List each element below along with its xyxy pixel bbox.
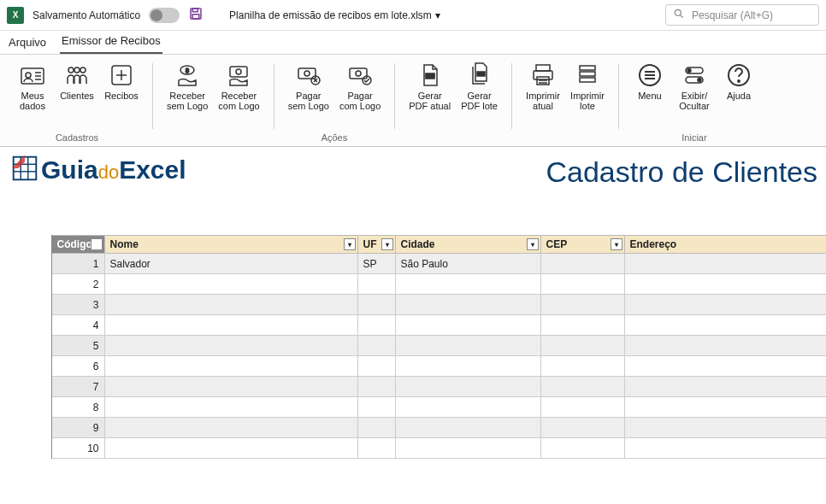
- cell-cidade[interactable]: [395, 438, 540, 459]
- cell-codigo[interactable]: 10: [51, 438, 104, 459]
- table-row[interactable]: 1SalvadorSPSão Paulo: [0, 254, 826, 274]
- exibir-ocultar-button[interactable]: Exibir/ Ocultar: [676, 60, 713, 131]
- cell-cidade[interactable]: [395, 377, 540, 397]
- cell-nome[interactable]: [104, 377, 357, 397]
- cell-nome[interactable]: [104, 356, 357, 377]
- cell-codigo[interactable]: 9: [51, 418, 104, 438]
- cell-cep[interactable]: [540, 336, 624, 356]
- cell-endereco[interactable]: [624, 315, 826, 336]
- cell-uf[interactable]: [357, 274, 395, 295]
- cell-cidade[interactable]: [395, 315, 540, 336]
- cell-uf[interactable]: [357, 397, 395, 418]
- cell-cidade[interactable]: [395, 356, 540, 377]
- meus-dados-button[interactable]: Meus dados: [14, 60, 51, 131]
- cell-cep[interactable]: [540, 254, 624, 274]
- menu-button[interactable]: Menu: [631, 60, 669, 131]
- imprimir-atual-button[interactable]: Imprimir atual: [524, 60, 562, 141]
- cell-uf[interactable]: [357, 438, 395, 459]
- cell-nome[interactable]: Salvador: [104, 254, 357, 274]
- ajuda-button[interactable]: Ajuda: [720, 60, 758, 131]
- filter-icon[interactable]: ▾: [91, 238, 103, 250]
- cell-endereco[interactable]: [624, 254, 826, 274]
- recibos-button[interactable]: Recibos: [103, 60, 140, 131]
- cell-cep[interactable]: [540, 295, 624, 315]
- cell-cep[interactable]: [540, 274, 624, 295]
- filter-icon[interactable]: ▾: [611, 238, 622, 250]
- cell-cidade[interactable]: [395, 397, 540, 418]
- filter-icon[interactable]: ▾: [527, 238, 539, 250]
- table-row[interactable]: 7: [0, 377, 826, 397]
- table-row[interactable]: 6: [0, 356, 826, 377]
- cell-endereco[interactable]: [624, 356, 826, 377]
- cell-nome[interactable]: [104, 295, 357, 315]
- col-endereco[interactable]: Endereço: [624, 236, 826, 254]
- cell-nome[interactable]: [104, 397, 357, 418]
- col-uf[interactable]: UF▾: [357, 236, 395, 254]
- cell-cep[interactable]: [540, 356, 624, 377]
- cell-cep[interactable]: [540, 418, 624, 438]
- cell-cep[interactable]: [540, 397, 624, 418]
- cell-codigo[interactable]: 1: [51, 254, 104, 274]
- gerar-pdf-atual-button[interactable]: PDF Gerar PDF atual: [407, 60, 452, 141]
- table-row[interactable]: 4: [0, 315, 826, 336]
- cell-cidade[interactable]: [395, 336, 540, 356]
- table-row[interactable]: 10: [0, 438, 826, 459]
- clientes-button[interactable]: Clientes: [58, 60, 96, 131]
- receber-sem-logo-button[interactable]: $ Receber sem Logo: [165, 60, 209, 141]
- cell-endereco[interactable]: [624, 295, 826, 315]
- col-cidade[interactable]: Cidade▾: [395, 236, 540, 254]
- cell-endereco[interactable]: [624, 397, 826, 418]
- cell-cep[interactable]: [540, 315, 624, 336]
- cell-cidade[interactable]: [395, 274, 540, 295]
- cell-codigo[interactable]: 6: [51, 356, 104, 377]
- filter-icon[interactable]: ▾: [381, 238, 393, 250]
- cell-uf[interactable]: SP: [357, 254, 395, 274]
- cell-nome[interactable]: [104, 438, 357, 459]
- table-row[interactable]: 9: [0, 418, 826, 438]
- pagar-sem-logo-button[interactable]: Pagar sem Logo: [286, 60, 331, 131]
- cell-nome[interactable]: [104, 418, 357, 438]
- cell-cidade[interactable]: [395, 295, 540, 315]
- gerar-pdf-lote-button[interactable]: PDF Gerar PDF lote: [459, 60, 499, 141]
- table-row[interactable]: 5: [0, 336, 826, 356]
- cell-uf[interactable]: [357, 336, 395, 356]
- cell-uf[interactable]: [357, 356, 395, 377]
- filename[interactable]: Planilha de emissão de recibos em lote.x…: [229, 9, 440, 21]
- cell-endereco[interactable]: [624, 336, 826, 356]
- cell-uf[interactable]: [357, 377, 395, 397]
- cell-cidade[interactable]: São Paulo: [395, 254, 540, 274]
- search-input[interactable]: Pesquisar (Alt+G): [665, 4, 819, 26]
- cell-endereco[interactable]: [624, 418, 826, 438]
- col-codigo[interactable]: Código▾: [51, 236, 104, 254]
- cell-codigo[interactable]: 4: [51, 315, 104, 336]
- col-nome[interactable]: Nome▾: [104, 236, 357, 254]
- table-row[interactable]: 3: [0, 295, 826, 315]
- tab-emissor-recibos[interactable]: Emissor de Recibos: [60, 31, 162, 54]
- cell-cep[interactable]: [540, 377, 624, 397]
- cell-nome[interactable]: [104, 315, 357, 336]
- cell-codigo[interactable]: 2: [51, 274, 104, 295]
- cell-nome[interactable]: [104, 274, 357, 295]
- col-cep[interactable]: CEP▾: [540, 236, 624, 254]
- cell-endereco[interactable]: [624, 377, 826, 397]
- cell-uf[interactable]: [357, 315, 395, 336]
- cell-cep[interactable]: [540, 438, 624, 459]
- save-icon[interactable]: [188, 6, 204, 24]
- cell-nome[interactable]: [104, 336, 357, 356]
- cell-codigo[interactable]: 8: [51, 397, 104, 418]
- imprimir-lote-button[interactable]: Imprimir lote: [569, 60, 606, 141]
- cell-codigo[interactable]: 7: [51, 377, 104, 397]
- cell-uf[interactable]: [357, 418, 395, 438]
- filter-icon[interactable]: ▾: [344, 238, 356, 250]
- pagar-com-logo-button[interactable]: Pagar com Logo: [338, 60, 382, 131]
- cell-endereco[interactable]: [624, 438, 826, 459]
- cell-codigo[interactable]: 3: [51, 295, 104, 315]
- cell-codigo[interactable]: 5: [51, 336, 104, 356]
- table-row[interactable]: 8: [0, 397, 826, 418]
- table-row[interactable]: 2: [0, 274, 826, 295]
- tab-arquivo[interactable]: Arquivo: [7, 32, 48, 54]
- cell-endereco[interactable]: [624, 274, 826, 295]
- receber-com-logo-button[interactable]: Receber com Logo: [216, 60, 261, 141]
- cell-uf[interactable]: [357, 295, 395, 315]
- autosave-toggle[interactable]: [149, 8, 180, 23]
